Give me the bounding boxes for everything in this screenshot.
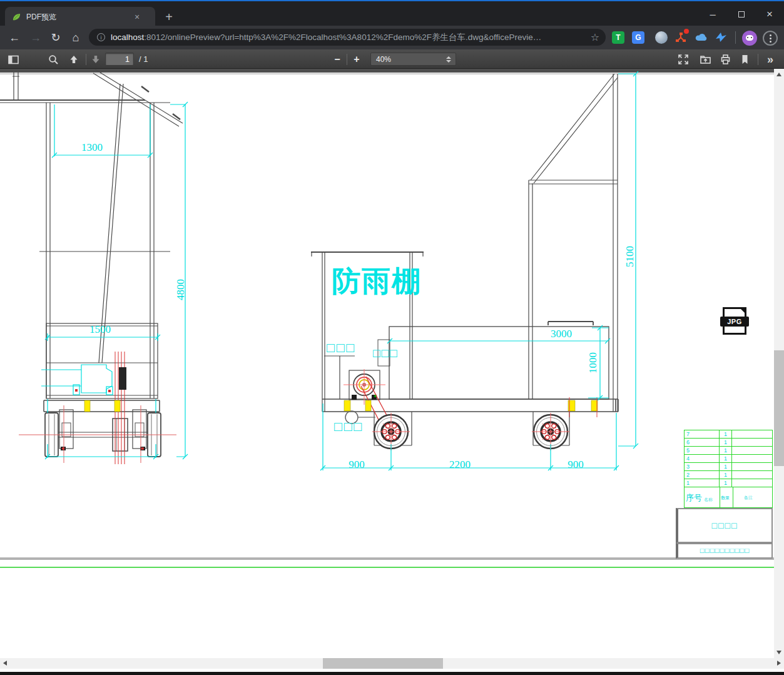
toolbar-separator xyxy=(347,54,347,65)
toolbar-separator xyxy=(735,31,736,44)
dim-label-1000: 1000 xyxy=(587,341,599,385)
drawing-subtitle: □□□□ xyxy=(712,520,738,530)
sidebar-toggle-button[interactable] xyxy=(5,53,21,66)
horizontal-scrollbar-thumb[interactable] xyxy=(323,658,443,669)
grid-line xyxy=(720,487,720,507)
tab-title: PDF预览 xyxy=(26,12,131,23)
table-row: 21 xyxy=(685,471,772,479)
glyph-row-1: □□□ xyxy=(327,340,356,355)
dim-label-5100: 5100 xyxy=(624,235,636,278)
dim-label-3000: 3000 xyxy=(542,328,580,340)
drawing-footer: □□□□□□□□□□ xyxy=(700,547,750,554)
presentation-mode-button[interactable] xyxy=(675,53,691,66)
horizontal-scrollbar[interactable] xyxy=(0,658,784,669)
profile-avatar[interactable] xyxy=(742,31,757,46)
open-file-button[interactable] xyxy=(697,53,713,66)
sheet-bottom-border xyxy=(0,557,774,560)
next-page-button[interactable] xyxy=(88,53,104,66)
extension-badge xyxy=(684,29,689,34)
coupling-block xyxy=(119,367,126,390)
jpg-fold-corner xyxy=(739,307,746,315)
title-block-header: 序号 名称 数量 备注 xyxy=(685,487,772,507)
dim-label-2200: 2200 xyxy=(438,459,482,471)
site-info-icon[interactable]: i xyxy=(97,33,105,41)
zoom-level-value: 40% xyxy=(376,55,391,64)
header-remark: 备注 xyxy=(744,495,753,501)
grid-line xyxy=(733,487,733,507)
zoom-level-select[interactable]: 40% xyxy=(370,53,456,66)
close-window-button[interactable]: × xyxy=(755,3,784,26)
browser-menu-button[interactable] xyxy=(763,31,778,46)
forward-button[interactable]: → xyxy=(26,28,45,47)
dim-label-900-right: 900 xyxy=(557,459,594,471)
url-text: localhost:8012/onlinePreview?url=http%3A… xyxy=(111,32,584,43)
scroll-right-arrow[interactable] xyxy=(777,661,781,666)
dim-label-1500: 1500 xyxy=(81,323,119,336)
front-view xyxy=(0,69,183,457)
maximize-button[interactable] xyxy=(727,3,756,26)
reload-button[interactable]: ↻ xyxy=(46,28,65,47)
vertical-scrollbar[interactable] xyxy=(774,69,784,658)
canopy-label: 防雨棚 xyxy=(330,262,424,301)
scroll-down-arrow[interactable] xyxy=(776,651,781,654)
sheet-green-line xyxy=(0,567,774,568)
scroll-left-arrow[interactable] xyxy=(3,661,7,666)
page-number-input[interactable]: 1 xyxy=(105,53,134,66)
dim-label-1300: 1300 xyxy=(73,141,111,154)
sitemap-extension-icon[interactable] xyxy=(675,31,687,44)
vertical-scrollbar-thumb[interactable] xyxy=(774,350,784,466)
bookmark-star-icon[interactable]: ☆ xyxy=(591,31,599,43)
tab-pdf-preview[interactable]: PDF预览 × xyxy=(5,7,155,27)
toolbar-separator xyxy=(758,54,758,65)
menu-dot xyxy=(770,41,771,43)
pdf-page: 1300 4800 1500 5100 3000 1000 900 2200 9… xyxy=(0,69,774,658)
side-view xyxy=(311,74,618,445)
avatar-eye-right xyxy=(751,37,752,38)
table-row: 51 xyxy=(685,447,772,455)
dim-label-900-left: 900 xyxy=(338,459,375,471)
table-row: 61 xyxy=(685,439,772,447)
translate-extension-icon[interactable]: G xyxy=(632,31,644,44)
front-view-yellow-clamps xyxy=(84,400,120,412)
avatar-eye-left xyxy=(747,37,748,38)
menu-dot xyxy=(770,34,771,36)
print-button[interactable] xyxy=(717,53,733,66)
table-row: 41 xyxy=(685,455,772,463)
home-button[interactable]: ⌂ xyxy=(66,28,85,47)
menu-dot xyxy=(770,38,771,39)
bookmark-button[interactable] xyxy=(736,53,753,66)
new-tab-button[interactable]: + xyxy=(160,9,178,25)
title-block-name-box: □□□□ xyxy=(676,508,773,543)
cloud-extension-icon[interactable] xyxy=(695,31,708,44)
address-bar[interactable]: i localhost:8012/onlinePreview?url=http%… xyxy=(89,29,606,46)
header-no: 序号 xyxy=(686,492,702,504)
jpg-file-icon: JPG xyxy=(723,307,746,335)
table-row: 71 xyxy=(685,430,772,439)
minimize-button[interactable]: ─ xyxy=(698,3,727,26)
table-row: 11 xyxy=(685,479,772,487)
maximize-icon xyxy=(738,11,745,18)
glyph-row-3: □□□ xyxy=(334,419,364,434)
anchor-mark xyxy=(75,389,78,392)
zoom-in-button[interactable]: + xyxy=(349,53,365,66)
title-block-footer-box: □□□□□□□□□□ xyxy=(676,543,773,559)
window-bottom-edge xyxy=(0,672,784,675)
scroll-up-arrow[interactable] xyxy=(776,73,781,76)
table-row: 31 xyxy=(685,463,772,471)
bird-extension-icon[interactable] xyxy=(715,31,727,44)
tab-close-icon[interactable]: × xyxy=(131,11,143,23)
previous-page-button[interactable] xyxy=(66,53,82,66)
url-host: localhost xyxy=(111,33,144,42)
title-block-table: 71 61 51 41 31 21 11 序号 名称 数量 备注 xyxy=(684,430,773,508)
glyph-row-2: □□□ xyxy=(373,347,398,360)
orb-extension-icon[interactable] xyxy=(655,31,668,44)
search-button[interactable] xyxy=(45,53,61,66)
back-button[interactable]: ← xyxy=(5,28,24,47)
more-tools-button[interactable]: » xyxy=(762,53,778,66)
header-name: 名称 xyxy=(704,497,713,503)
zoom-out-button[interactable]: − xyxy=(329,53,345,66)
tab-strip: PDF预览 × + ─ × xyxy=(0,1,784,26)
toolbar-separator xyxy=(86,54,86,65)
tampermonkey-extension-icon[interactable]: T xyxy=(612,31,624,44)
url-path: :8012/onlinePreview?url=http%3A%2F%2Floc… xyxy=(144,33,541,42)
